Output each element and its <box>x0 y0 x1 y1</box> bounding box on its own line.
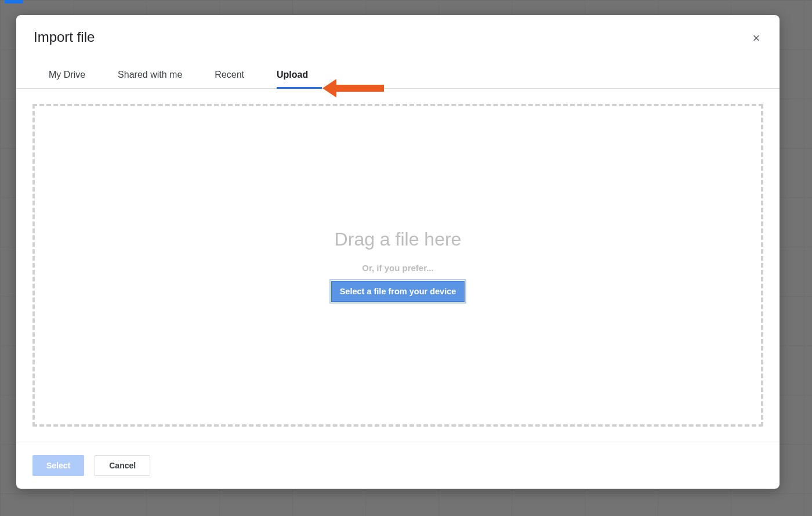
dialog-footer: Select Cancel <box>16 442 780 489</box>
dialog-title: Import file <box>34 29 762 45</box>
drop-zone-title: Drag a file here <box>335 229 462 250</box>
tab-shared-with-me[interactable]: Shared with me <box>102 63 198 88</box>
tab-my-drive[interactable]: My Drive <box>32 63 102 88</box>
select-button[interactable]: Select <box>32 455 84 476</box>
close-icon[interactable]: × <box>749 31 763 45</box>
dialog-tabs: My Drive Shared with me Recent Upload <box>16 63 780 89</box>
import-file-dialog: Import file × My Drive Shared with me Re… <box>16 15 780 489</box>
dialog-header: Import file × <box>16 15 780 51</box>
dialog-body: Drag a file here Or, if you prefer... Se… <box>16 89 780 442</box>
drop-zone-subtitle: Or, if you prefer... <box>362 263 433 273</box>
cell-selection-indicator <box>5 0 23 3</box>
file-drop-zone[interactable]: Drag a file here Or, if you prefer... Se… <box>32 104 763 427</box>
tab-recent[interactable]: Recent <box>198 63 260 88</box>
select-file-button[interactable]: Select a file from your device <box>331 281 465 302</box>
cancel-button[interactable]: Cancel <box>95 455 150 476</box>
tab-upload[interactable]: Upload <box>260 63 324 88</box>
